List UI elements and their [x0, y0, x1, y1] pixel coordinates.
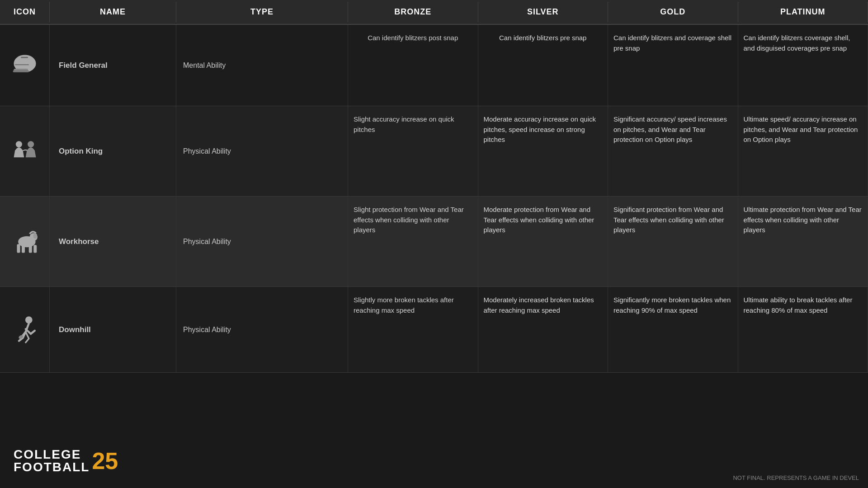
icon-cell [0, 106, 50, 196]
row-type: Physical Ability [176, 287, 348, 372]
row-platinum: Ultimate ability to break tackles after … [738, 287, 868, 372]
svg-point-6 [28, 141, 34, 147]
svg-rect-10 [22, 245, 25, 253]
svg-point-5 [15, 141, 22, 147]
row-platinum: Ultimate speed/ accuracy increase on pit… [738, 106, 868, 196]
svg-rect-9 [17, 244, 20, 253]
table-row: Option King Physical Ability Slight accu… [0, 106, 868, 197]
field-general-icon [8, 48, 42, 82]
row-gold: Significant protection from Wear and Tea… [608, 197, 738, 286]
svg-point-14 [25, 316, 32, 324]
svg-point-13 [33, 233, 37, 238]
col-icon: ICON [0, 2, 50, 22]
row-platinum: Ultimate protection from Wear and Tear e… [738, 197, 868, 286]
col-gold: GOLD [608, 2, 738, 22]
col-platinum: PLATINUM [738, 2, 868, 22]
table-row: Downhill Physical Ability Slightly more … [0, 287, 868, 373]
icon-cell [0, 287, 50, 372]
col-name: NAME [50, 2, 176, 22]
row-name: Option King [50, 106, 176, 196]
logo-football: FOOTBALL [14, 461, 90, 474]
option-king-icon [8, 134, 42, 168]
col-silver: SILVER [478, 2, 609, 22]
downhill-icon [8, 313, 42, 347]
row-platinum: Can identify blitzers coverage shell, an… [738, 25, 868, 106]
row-silver: Moderate accuracy increase on quick pitc… [478, 106, 609, 196]
abilities-table: ICON NAME TYPE BRONZE SILVER GOLD PLATIN… [0, 0, 868, 488]
row-silver: Can identify blitzers pre snap [478, 25, 609, 106]
row-gold: Significant accuracy/ speed increases on… [608, 106, 738, 196]
table-header: ICON NAME TYPE BRONZE SILVER GOLD PLATIN… [0, 0, 868, 25]
logo-number: 25 [92, 449, 118, 473]
logo-text: COLLEGE FOOTBALL [14, 448, 90, 474]
logo-college: COLLEGE [14, 448, 90, 461]
row-silver: Moderately increased broken tackles afte… [478, 287, 609, 372]
svg-rect-3 [21, 56, 28, 58]
svg-rect-12 [33, 245, 37, 253]
row-type: Physical Ability [176, 106, 348, 196]
row-bronze: Slightly more broken tackles after reach… [348, 287, 478, 372]
row-bronze: Slight protection from Wear and Tear eff… [348, 197, 478, 286]
row-silver: Moderate protection from Wear and Tear e… [478, 197, 609, 286]
row-name: Field General [50, 25, 176, 106]
col-type: TYPE [176, 2, 348, 22]
disclaimer-text: NOT FINAL. REPRESENTS A GAME IN DEVEL [733, 474, 859, 481]
row-type: Mental Ability [176, 25, 348, 106]
row-bronze: Can identify blitzers post snap [348, 25, 478, 106]
row-name: Workhorse [50, 197, 176, 286]
table-row: Field General Mental Ability Can identif… [0, 25, 868, 106]
col-bronze: BRONZE [348, 2, 478, 22]
row-gold: Significantly more broken tackles when r… [608, 287, 738, 372]
row-name: Downhill [50, 287, 176, 372]
row-type: Physical Ability [176, 197, 348, 286]
svg-rect-11 [28, 245, 32, 253]
svg-rect-2 [13, 70, 28, 72]
icon-cell [0, 197, 50, 286]
row-bronze: Slight accuracy increase on quick pitche… [348, 106, 478, 196]
icon-cell [0, 25, 50, 106]
logo-container: COLLEGE FOOTBALL 25 [14, 448, 118, 474]
workhorse-icon [8, 225, 42, 258]
table-row: Workhorse Physical Ability Slight protec… [0, 197, 868, 287]
row-gold: Can identify blitzers and coverage shell… [608, 25, 738, 106]
